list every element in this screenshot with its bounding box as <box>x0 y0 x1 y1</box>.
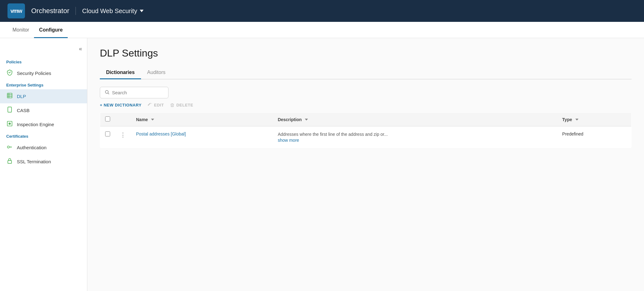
app-title: Orchestrator <box>31 7 76 15</box>
col-header-type[interactable]: Type <box>557 113 632 126</box>
svg-point-8 <box>7 146 10 148</box>
delete-label: DELETE <box>176 103 193 107</box>
content-tabs: Dictionaries Auditors <box>100 67 632 79</box>
show-more-link[interactable]: show more <box>278 138 299 143</box>
sidebar-item-label-inspection-engine: Inspection Engine <box>17 122 54 127</box>
sidebar-item-security-policies[interactable]: Security Policies <box>0 66 87 80</box>
select-all-checkbox[interactable] <box>105 116 110 121</box>
sidebar-item-label-security-policies: Security Policies <box>17 71 51 76</box>
search-bar <box>100 87 168 98</box>
top-navigation: vmw Orchestrator Cloud Web Security <box>0 0 644 22</box>
sort-arrow-name <box>151 119 154 121</box>
sidebar-section-policies: Policies <box>0 57 87 66</box>
sidebar: « Policies Security Policies Enterprise … <box>0 38 87 291</box>
sidebar-item-label-authentication: Authentication <box>17 145 46 150</box>
cloud-shield-icon <box>6 69 13 77</box>
main-content-area: DLP Settings Dictionaries Auditors + NEW… <box>87 38 644 291</box>
svg-rect-9 <box>8 160 12 163</box>
vmware-logo: vmw <box>7 3 25 18</box>
col-header-description[interactable]: Description <box>273 113 557 126</box>
col-header-name[interactable]: Name <box>131 113 273 126</box>
sidebar-item-dlp[interactable]: DLP <box>0 89 87 103</box>
search-icon <box>105 90 110 96</box>
sidebar-item-label-ssl-termination: SSL Termination <box>17 159 51 164</box>
select-all-header <box>100 113 115 126</box>
toolbar: + NEW DICTIONARY EDIT DELETE <box>100 103 632 107</box>
collapse-button[interactable]: « <box>79 46 82 52</box>
edit-button[interactable]: EDIT <box>148 103 164 107</box>
scan-icon <box>6 121 13 128</box>
description-text: Addresses where the first line of the ad… <box>278 131 552 138</box>
secondary-navigation: Monitor Configure <box>0 22 644 38</box>
delete-button[interactable]: DELETE <box>170 103 193 107</box>
phone-icon <box>6 106 13 114</box>
chevron-down-icon <box>140 10 144 12</box>
row-context-menu[interactable]: ⋮ <box>115 126 131 148</box>
sidebar-item-ssl-termination[interactable]: SSL Termination <box>0 155 87 169</box>
sort-arrow-type <box>575 119 578 121</box>
row-checkbox[interactable] <box>105 131 110 136</box>
svg-rect-4 <box>8 107 12 112</box>
sidebar-section-enterprise: Enterprise Settings <box>0 80 87 89</box>
sidebar-item-label-casb: CASB <box>17 108 30 113</box>
lock-icon <box>6 158 13 165</box>
th-spacer <box>115 113 131 126</box>
sidebar-item-authentication[interactable]: Authentication <box>0 141 87 155</box>
row-name-cell: Postal addresses [Global] <box>131 126 273 148</box>
svg-line-11 <box>108 93 109 94</box>
service-title: Cloud Web Security <box>82 7 137 15</box>
type-value: Predefined <box>562 131 583 136</box>
sidebar-item-casb[interactable]: CASB <box>0 103 87 117</box>
dictionary-table: Name Description Type <box>100 112 632 148</box>
sidebar-collapse-area: « <box>0 43 87 57</box>
search-input[interactable] <box>112 90 164 95</box>
svg-rect-0 <box>7 93 12 98</box>
sort-arrow-description <box>305 119 308 121</box>
row-checkbox-cell <box>100 126 115 148</box>
svg-point-10 <box>105 91 108 93</box>
tab-monitor[interactable]: Monitor <box>7 23 34 38</box>
sidebar-section-certificates: Certificates <box>0 131 87 141</box>
service-selector[interactable]: Cloud Web Security <box>82 7 143 15</box>
row-type-cell: Predefined <box>557 126 632 148</box>
main-layout: « Policies Security Policies Enterprise … <box>0 38 644 291</box>
new-dictionary-button[interactable]: + NEW DICTIONARY <box>100 103 142 107</box>
tab-dictionaries[interactable]: Dictionaries <box>100 67 141 79</box>
row-description-cell: Addresses where the first line of the ad… <box>273 126 557 148</box>
sidebar-item-inspection-engine[interactable]: Inspection Engine <box>0 117 87 131</box>
dictionary-name-link[interactable]: Postal addresses [Global] <box>136 131 186 136</box>
table-icon <box>6 92 13 100</box>
sidebar-item-label-dlp: DLP <box>17 94 26 99</box>
key-icon <box>6 144 13 151</box>
table-row: ⋮ Postal addresses [Global] Addresses wh… <box>100 126 632 148</box>
tab-configure[interactable]: Configure <box>34 23 68 38</box>
tab-auditors[interactable]: Auditors <box>141 67 172 79</box>
page-title: DLP Settings <box>100 47 632 59</box>
edit-label: EDIT <box>154 103 164 107</box>
